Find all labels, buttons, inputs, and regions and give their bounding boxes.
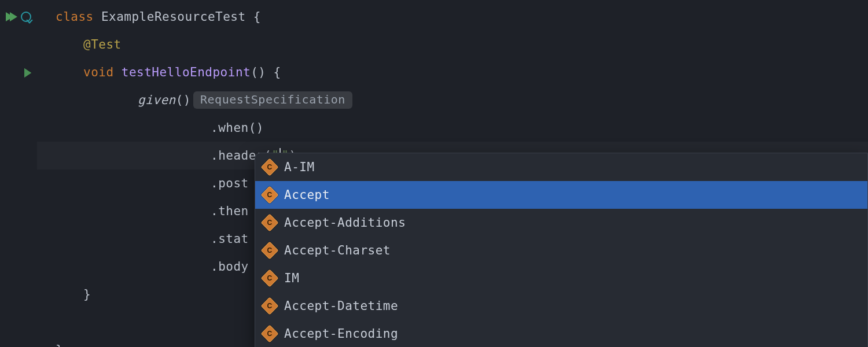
target-down-icon[interactable] xyxy=(21,12,31,22)
brace-close: } xyxy=(83,287,91,301)
constant-icon xyxy=(260,324,278,342)
constant-icon xyxy=(260,213,278,231)
constant-icon xyxy=(260,186,278,204)
constant-icon xyxy=(260,241,278,259)
completion-label: IM xyxy=(284,271,299,285)
completion-item-selected[interactable]: Accept xyxy=(255,181,867,209)
constant-icon xyxy=(260,158,278,176)
call-given: given xyxy=(138,93,176,107)
editor-gutter xyxy=(0,0,37,347)
completion-item[interactable]: Accept-Charset xyxy=(255,237,867,264)
keyword-class: class xyxy=(56,10,94,24)
code-line[interactable]: class ExampleResourceTest { xyxy=(37,3,868,31)
method-name: testHelloEndpoint xyxy=(122,65,251,79)
constant-icon xyxy=(260,297,278,315)
chain-then: .then xyxy=(211,204,249,218)
constant-icon xyxy=(260,269,278,287)
completion-label: Accept-Datetime xyxy=(284,299,398,313)
completion-label: Accept-Additions xyxy=(284,216,406,230)
run-icon[interactable] xyxy=(23,68,31,76)
run-all-icon[interactable] xyxy=(6,12,17,21)
code-line[interactable]: given()RequestSpecification xyxy=(37,86,868,114)
completion-label: A-IM xyxy=(284,160,315,174)
brace-close: } xyxy=(56,343,63,347)
code-editor[interactable]: class ExampleResourceTest { @Test void t… xyxy=(0,0,868,347)
annotation-test: @Test xyxy=(83,38,122,51)
completion-item[interactable]: Accept-Encoding xyxy=(255,320,867,347)
chain-when: .when() xyxy=(211,121,264,135)
chain-stat: .stat xyxy=(211,232,249,246)
code-line[interactable]: void testHelloEndpoint() { xyxy=(37,58,868,86)
inlay-hint: RequestSpecification xyxy=(193,91,352,109)
code-line[interactable]: @Test xyxy=(37,31,868,58)
completion-item[interactable]: A-IM xyxy=(255,153,867,181)
code-line[interactable]: .when() xyxy=(37,114,868,142)
completion-label: Accept-Encoding xyxy=(284,327,398,341)
parens: () xyxy=(176,93,191,107)
completion-popup[interactable]: A-IM Accept Accept-Additions Accept-Char… xyxy=(255,153,868,347)
completion-item[interactable]: Accept-Datetime xyxy=(255,292,867,320)
completion-label: Accept xyxy=(284,188,330,202)
brace: { xyxy=(246,10,261,24)
chain-body: .body xyxy=(211,260,249,274)
completion-label: Accept-Charset xyxy=(284,243,391,257)
completion-item[interactable]: IM xyxy=(255,264,867,292)
class-name: ExampleResourceTest xyxy=(101,10,246,24)
keyword-void: void xyxy=(83,65,114,79)
completion-item[interactable]: Accept-Additions xyxy=(255,209,867,237)
parens-brace: () { xyxy=(251,65,281,79)
chain-post: .post xyxy=(211,176,249,190)
